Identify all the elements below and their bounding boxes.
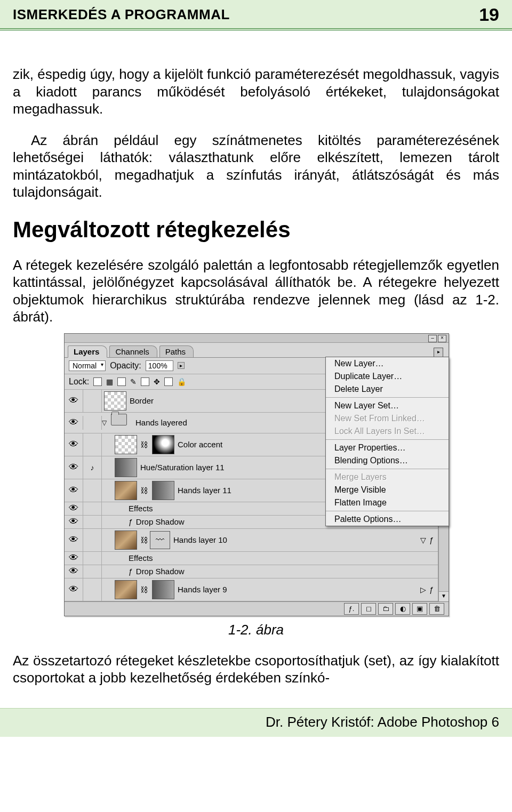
layer-row-hands9[interactable]: 👁 ⛓ Hands layer 9 ▷ ƒ xyxy=(65,578,438,601)
menu-delete-layer[interactable]: Delete Layer xyxy=(326,383,449,396)
mask-thumb xyxy=(152,435,174,454)
visibility-icon[interactable]: 👁 xyxy=(65,479,83,502)
chapter-title: ISMERKEDÉS A PROGRAMMAL xyxy=(13,6,230,23)
layer-thumb xyxy=(115,580,137,599)
menu-merge-visible[interactable]: Merge Visible xyxy=(326,484,449,496)
palette-titlebar[interactable]: – × xyxy=(65,334,449,343)
link-col[interactable]: ♪ xyxy=(83,456,102,479)
link-col[interactable] xyxy=(83,416,102,430)
link-col[interactable] xyxy=(83,390,102,412)
adjustment-button[interactable]: ◐ xyxy=(395,603,410,615)
layer-row-dropshadow-2[interactable]: 👁 ƒ Drop Shadow xyxy=(65,565,438,578)
link-col[interactable] xyxy=(83,516,102,528)
palette-menu-icon[interactable]: ▸ xyxy=(434,348,443,357)
visibility-icon[interactable]: 👁 xyxy=(65,416,83,430)
layer-thumb xyxy=(104,391,126,411)
new-set-button[interactable]: 🗀 xyxy=(378,603,393,615)
figure-caption: 1-2. ábra xyxy=(13,622,499,638)
brush-icon: ✎ xyxy=(130,377,137,386)
menu-layer-props[interactable]: Layer Properties… xyxy=(326,441,449,454)
visibility-icon[interactable]: 👁 xyxy=(65,529,83,551)
link-col[interactable] xyxy=(83,565,102,578)
opacity-field[interactable]: 100% xyxy=(146,360,173,371)
menu-merge-layers: Merge Layers xyxy=(326,471,449,484)
link-icon: ♪ xyxy=(91,463,94,472)
lock-position-checkbox[interactable] xyxy=(141,377,149,386)
link-col[interactable] xyxy=(83,433,102,456)
menu-blending-opts[interactable]: Blending Options… xyxy=(326,454,449,467)
effects-label: Effects xyxy=(129,504,153,513)
tab-channels[interactable]: Channels xyxy=(109,345,157,357)
menu-separator xyxy=(326,469,449,469)
layer-name: Hands layer 10 xyxy=(173,535,420,544)
visibility-icon[interactable]: 👁 xyxy=(65,578,83,601)
lock-image-checkbox[interactable] xyxy=(117,377,126,386)
link-col[interactable] xyxy=(83,502,102,515)
body-p3: A rétegek kezelésére szolgáló palettán a… xyxy=(13,256,499,326)
close-icon[interactable]: × xyxy=(438,335,446,342)
menu-separator xyxy=(326,397,449,398)
minimize-icon[interactable]: – xyxy=(428,335,437,342)
menu-lock-all: Lock All Layers In Set… xyxy=(326,425,449,438)
palette-bottom-bar: ƒ. ◻ 🗀 ◐ ▣ 🗑 xyxy=(65,601,449,616)
menu-new-layer-set[interactable]: New Layer Set… xyxy=(326,399,449,412)
opacity-arrow-icon[interactable]: ▸ xyxy=(178,362,185,369)
link-icon: ⛓ xyxy=(140,440,148,449)
visibility-icon[interactable]: 👁 xyxy=(65,516,83,528)
fx-icon: ƒ xyxy=(129,518,133,526)
disclosure-icon[interactable]: ▽ xyxy=(420,536,426,544)
disclosure-icon[interactable]: ▷ xyxy=(420,585,426,594)
fx-button[interactable]: ƒ. xyxy=(344,603,359,615)
link-col[interactable] xyxy=(83,578,102,601)
menu-palette-opts[interactable]: Palette Options… xyxy=(326,513,449,526)
layer-name: Color accent xyxy=(178,440,222,449)
menu-separator xyxy=(326,439,449,440)
link-icon: ⛓ xyxy=(140,536,148,544)
palette-context-menu: New Layer… Duplicate Layer… Delete Layer… xyxy=(325,357,449,526)
layer-row-effects-2[interactable]: 👁 Effects xyxy=(65,552,438,565)
blend-mode-select[interactable]: Normal xyxy=(69,360,106,371)
menu-separator xyxy=(326,511,449,511)
new-layer-button[interactable]: ▣ xyxy=(412,603,427,615)
mask-thumb xyxy=(152,580,174,599)
visibility-icon[interactable]: 👁 xyxy=(65,456,83,479)
visibility-icon[interactable]: 👁 xyxy=(65,565,83,578)
opacity-label: Opacity: xyxy=(110,361,141,371)
visibility-icon[interactable]: 👁 xyxy=(65,502,83,515)
layer-name: Hands layer 9 xyxy=(178,585,420,594)
palette-tabs: Layers Channels Paths ▸ xyxy=(65,343,449,358)
section-heading: Megváltozott rétegkezelés xyxy=(13,217,499,243)
adjustment-thumb xyxy=(115,458,137,477)
link-icon: ⛓ xyxy=(140,585,148,594)
visibility-icon[interactable]: 👁 xyxy=(65,433,83,456)
menu-new-layer[interactable]: New Layer… xyxy=(326,357,449,370)
lock-all-checkbox[interactable] xyxy=(164,377,173,386)
link-col[interactable] xyxy=(83,552,102,565)
page-header: ISMERKEDÉS A PROGRAMMAL 19 xyxy=(0,0,512,30)
visibility-icon[interactable]: 👁 xyxy=(65,552,83,565)
page-number: 19 xyxy=(479,4,499,25)
fx-icon: ƒ xyxy=(129,567,133,576)
layer-name: Hue/Saturation layer 11 xyxy=(140,463,225,472)
scroll-down-icon[interactable]: ▼ xyxy=(439,591,449,601)
trash-button[interactable]: 🗑 xyxy=(429,603,444,615)
layer-thumb xyxy=(115,435,137,454)
link-col[interactable] xyxy=(83,529,102,551)
page-footer: Dr. Pétery Kristóf: Adobe Photoshop 6 xyxy=(0,708,512,737)
layer-row-hands10[interactable]: 👁 ⛓ 〰 Hands layer 10 ▽ ƒ xyxy=(65,529,438,552)
lock-transparency-checkbox[interactable] xyxy=(93,377,102,386)
tab-paths[interactable]: Paths xyxy=(159,345,194,357)
disclosure-icon[interactable]: ▽ xyxy=(102,419,107,427)
visibility-icon[interactable]: 👁 xyxy=(65,390,83,412)
lock-icon: 🔒 xyxy=(177,377,186,386)
lock-transparency-icon: ▦ xyxy=(106,377,113,386)
fx-icon: ƒ xyxy=(429,585,434,594)
mask-button[interactable]: ◻ xyxy=(361,603,376,615)
menu-flatten[interactable]: Flatten Image xyxy=(326,496,449,509)
tab-layers[interactable]: Layers xyxy=(68,345,107,358)
menu-duplicate-layer[interactable]: Duplicate Layer… xyxy=(326,370,449,383)
figure-1-2: – × Layers Channels Paths ▸ Normal Opaci… xyxy=(64,333,448,616)
link-icon: ⛓ xyxy=(140,486,148,495)
body-p2: Az ábrán például egy színátmenetes kitöl… xyxy=(13,132,499,201)
link-col[interactable] xyxy=(83,479,102,502)
